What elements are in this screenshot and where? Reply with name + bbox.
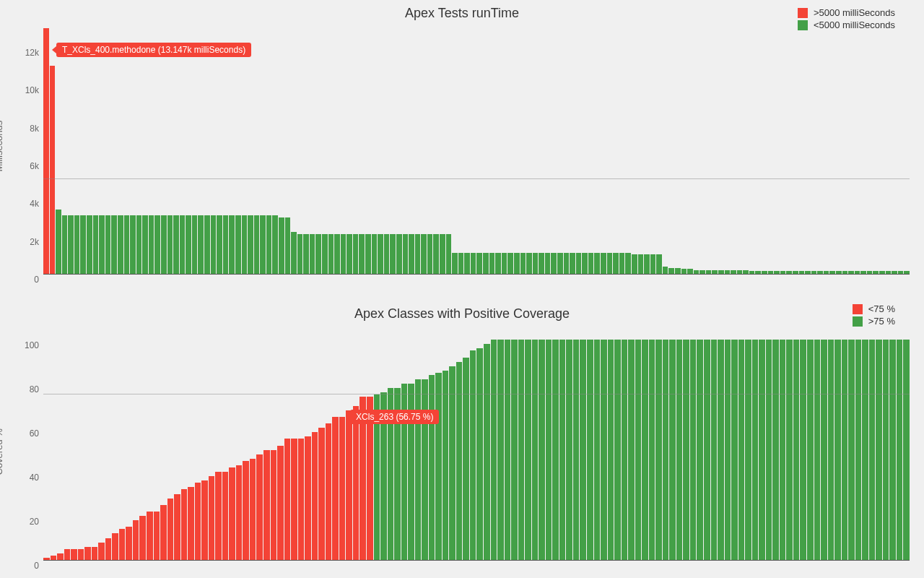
bar[interactable]	[229, 467, 235, 560]
bar[interactable]	[655, 340, 662, 560]
bar[interactable]	[614, 340, 621, 560]
bar[interactable]	[161, 215, 167, 274]
bar[interactable]	[834, 340, 841, 560]
bar[interactable]	[43, 558, 50, 560]
bar[interactable]	[731, 270, 736, 274]
bar[interactable]	[807, 340, 814, 560]
bar[interactable]	[559, 340, 566, 560]
bar[interactable]	[525, 340, 531, 560]
bar[interactable]	[628, 340, 635, 560]
bar[interactable]	[860, 271, 866, 274]
bar[interactable]	[98, 543, 105, 560]
bar[interactable]	[573, 340, 580, 560]
bar[interactable]	[772, 340, 779, 560]
bar[interactable]	[566, 340, 572, 560]
bar[interactable]	[464, 253, 470, 274]
bar[interactable]	[867, 271, 873, 274]
bar[interactable]	[291, 439, 297, 560]
bar[interactable]	[793, 271, 798, 274]
bar[interactable]	[532, 340, 539, 560]
bar[interactable]	[903, 340, 910, 560]
bar[interactable]	[198, 215, 204, 274]
bar[interactable]	[551, 253, 557, 274]
bar[interactable]	[557, 253, 563, 274]
bar[interactable]	[768, 271, 774, 274]
bar[interactable]	[694, 270, 699, 274]
bar[interactable]	[738, 340, 745, 560]
bar[interactable]	[390, 234, 396, 274]
bar[interactable]	[229, 215, 235, 274]
bar[interactable]	[334, 234, 340, 274]
bar[interactable]	[133, 520, 139, 560]
bar[interactable]	[848, 271, 854, 274]
bar[interactable]	[248, 215, 253, 274]
bar[interactable]	[642, 340, 648, 560]
bar[interactable]	[458, 253, 464, 274]
bar[interactable]	[588, 253, 594, 274]
bar[interactable]	[312, 432, 318, 560]
bar[interactable]	[188, 487, 194, 560]
bar[interactable]	[322, 234, 328, 274]
bar[interactable]	[731, 340, 738, 560]
bar[interactable]	[64, 549, 71, 560]
bar[interactable]	[446, 234, 452, 274]
bar[interactable]	[365, 234, 371, 274]
bar[interactable]	[298, 439, 305, 560]
bar[interactable]	[403, 234, 409, 274]
bar[interactable]	[711, 340, 718, 560]
bar[interactable]	[50, 66, 56, 274]
bar[interactable]	[675, 268, 681, 274]
bar[interactable]	[632, 254, 637, 274]
bar[interactable]	[821, 340, 827, 560]
bar[interactable]	[235, 215, 241, 274]
bar[interactable]	[507, 253, 513, 274]
bar[interactable]	[51, 556, 57, 560]
bar[interactable]	[669, 340, 676, 560]
bar[interactable]	[332, 417, 339, 560]
bar[interactable]	[279, 217, 284, 274]
bar[interactable]	[491, 340, 497, 560]
bar[interactable]	[743, 270, 749, 274]
bar[interactable]	[372, 234, 378, 274]
bar[interactable]	[341, 234, 346, 274]
bar[interactable]	[514, 253, 520, 274]
bar[interactable]	[622, 340, 628, 560]
bar[interactable]	[904, 271, 910, 274]
legend-item-slow[interactable]: >5000 milliSeconds	[798, 7, 895, 18]
chart-coverage-annotation[interactable]: XCls_263 (56.75 %)	[350, 410, 439, 424]
bar[interactable]	[359, 234, 365, 274]
bar[interactable]	[315, 234, 321, 274]
bar[interactable]	[284, 439, 291, 560]
bar[interactable]	[167, 499, 174, 560]
bar[interactable]	[644, 254, 650, 274]
bar[interactable]	[142, 215, 148, 274]
bar[interactable]	[704, 340, 710, 560]
bar[interactable]	[755, 271, 761, 274]
bar[interactable]	[209, 476, 215, 560]
bar[interactable]	[545, 253, 551, 274]
bar[interactable]	[112, 533, 118, 560]
bar[interactable]	[483, 253, 489, 274]
bar[interactable]	[749, 271, 755, 274]
bar[interactable]	[780, 340, 786, 560]
bar[interactable]	[873, 271, 879, 274]
bar[interactable]	[681, 269, 687, 274]
bar[interactable]	[105, 215, 111, 274]
bar[interactable]	[687, 269, 693, 274]
bar[interactable]	[429, 375, 435, 560]
bar[interactable]	[93, 215, 99, 274]
bar[interactable]	[799, 271, 805, 274]
bar[interactable]	[683, 340, 689, 560]
bar[interactable]	[587, 340, 593, 560]
bar[interactable]	[74, 215, 80, 274]
bar[interactable]	[62, 215, 68, 274]
bar[interactable]	[505, 340, 511, 560]
bar[interactable]	[649, 340, 655, 560]
bar[interactable]	[613, 253, 619, 274]
bar[interactable]	[650, 254, 656, 274]
bar[interactable]	[250, 459, 256, 560]
bar[interactable]	[87, 215, 92, 274]
bar[interactable]	[725, 270, 731, 274]
bar[interactable]	[456, 362, 463, 560]
bar[interactable]	[476, 253, 482, 274]
